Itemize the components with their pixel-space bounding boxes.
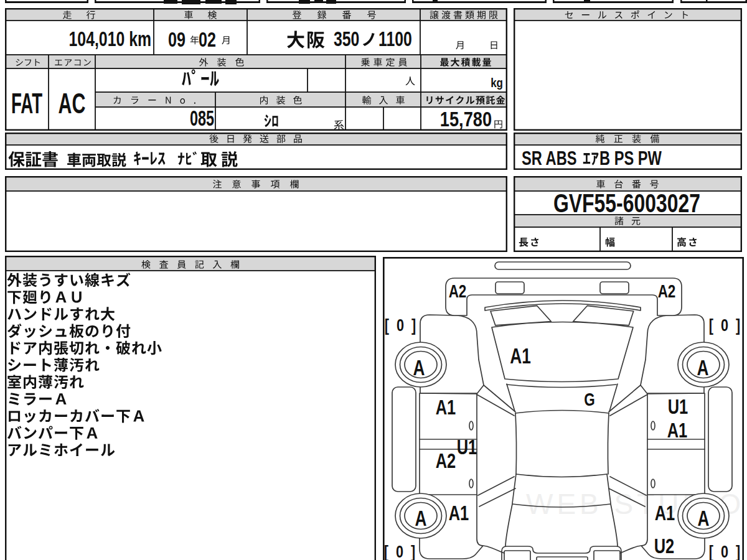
svg-text:B PS PW: B PS PW xyxy=(599,147,662,169)
svg-text:A1: A1 xyxy=(655,501,675,524)
svg-text:G: G xyxy=(584,389,595,410)
svg-text:GVF55-6003027: GVF55-6003027 xyxy=(553,189,700,218)
svg-text:A: A xyxy=(413,355,425,380)
svg-text:U1: U1 xyxy=(457,435,477,458)
svg-text:FAT: FAT xyxy=(11,88,42,119)
svg-text:A1: A1 xyxy=(510,343,531,368)
svg-text:A1: A1 xyxy=(436,395,456,418)
svg-text:U1: U1 xyxy=(668,394,688,418)
svg-text:104,010 km: 104,010 km xyxy=(69,27,151,50)
svg-text:[ 0 ]: [ 0 ] xyxy=(709,316,740,335)
svg-text:02: 02 xyxy=(199,27,216,51)
svg-text:1100: 1100 xyxy=(378,27,412,50)
svg-text:kg: kg xyxy=(491,76,503,90)
svg-text:A2: A2 xyxy=(658,281,676,302)
svg-text:A1: A1 xyxy=(667,418,688,441)
svg-text:09: 09 xyxy=(168,27,186,51)
svg-text:A2: A2 xyxy=(436,449,456,472)
svg-text:085: 085 xyxy=(190,106,214,130)
svg-text:SR ABS: SR ABS xyxy=(522,147,577,169)
svg-text:[ 0 ]: [ 0 ] xyxy=(385,316,416,335)
svg-text:A: A xyxy=(697,355,709,380)
svg-text:[ 0 ]: [ 0 ] xyxy=(709,543,740,560)
svg-text:15,780: 15,780 xyxy=(440,107,492,131)
svg-text:AC: AC xyxy=(59,88,86,119)
svg-text:U2: U2 xyxy=(654,534,675,557)
svg-text:A: A xyxy=(698,506,710,531)
svg-text:[ 0 ]: [ 0 ] xyxy=(384,543,415,560)
svg-text:350: 350 xyxy=(334,27,359,50)
svg-text:A2: A2 xyxy=(449,281,467,302)
svg-text:A: A xyxy=(415,506,427,531)
svg-text:A1: A1 xyxy=(449,501,469,524)
